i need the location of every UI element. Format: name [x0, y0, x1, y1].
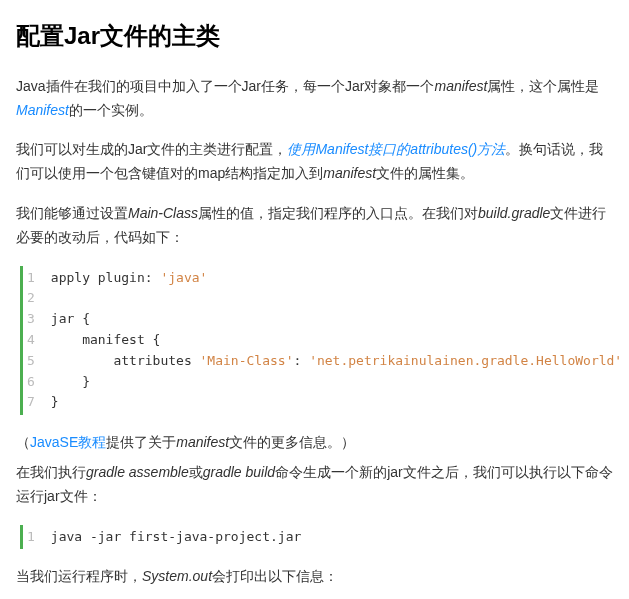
text: 属性的值，指定我们程序的入口点。在我们对: [198, 205, 478, 221]
code-gutter: 1 2 3 4 5 6 7: [23, 266, 43, 416]
page-title: 配置Jar文件的主类: [16, 16, 613, 57]
paragraph-5: 在我们执行gradle assemble或gradle build命令生成一个新…: [16, 461, 613, 509]
italic-manifest: manifest: [434, 78, 487, 94]
italic-system-out: System.out: [142, 568, 212, 584]
code-block-2: 1 java -jar first-java-project.jar: [20, 525, 613, 550]
italic-gradle-build: gradle build: [203, 464, 275, 480]
text: 当我们运行程序时，: [16, 568, 142, 584]
paragraph-6: 当我们运行程序时，System.out会打印出以下信息：: [16, 565, 613, 589]
text: 提供了关于: [106, 434, 176, 450]
italic-manifest: manifest: [323, 165, 376, 181]
code-block-1: 1 2 3 4 5 6 7 apply plugin: 'java' jar {…: [20, 266, 613, 416]
text: 的一个实例。: [69, 102, 153, 118]
text: 在我们执行: [16, 464, 86, 480]
text: 我们可以对生成的Jar文件的主类进行配置，: [16, 141, 287, 157]
link-manifest-class[interactable]: Manifest: [16, 102, 69, 118]
italic-gradle-assemble: gradle assemble: [86, 464, 189, 480]
paragraph-4: （JavaSE教程提供了关于manifest文件的更多信息。）: [16, 431, 613, 455]
italic-main-class: Main-Class: [128, 205, 198, 221]
text: 或: [189, 464, 203, 480]
text: 我们能够通过设置: [16, 205, 128, 221]
text: （: [16, 434, 30, 450]
text: 属性，这个属性是: [487, 78, 599, 94]
paragraph-3: 我们能够通过设置Main-Class属性的值，指定我们程序的入口点。在我们对bu…: [16, 202, 613, 250]
link-javase-tutorial[interactable]: JavaSE教程: [30, 434, 106, 450]
paragraph-2: 我们可以对生成的Jar文件的主类进行配置，使用Manifest接口的attrib…: [16, 138, 613, 186]
italic-manifest: manifest: [176, 434, 229, 450]
text: 文件的属性集。: [376, 165, 474, 181]
code-content: java -jar first-java-project.jar: [43, 525, 309, 550]
text: Java插件在我们的项目中加入了一个Jar任务，每一个Jar对象都一个: [16, 78, 434, 94]
link-attributes-method[interactable]: 使用Manifest接口的attributes()方法: [287, 141, 505, 157]
text: 文件的更多信息。）: [229, 434, 355, 450]
code-gutter: 1: [23, 525, 43, 550]
text: 会打印出以下信息：: [212, 568, 338, 584]
italic-build-gradle: build.gradle: [478, 205, 550, 221]
paragraph-1: Java插件在我们的项目中加入了一个Jar任务，每一个Jar对象都一个manif…: [16, 75, 613, 123]
code-content: apply plugin: 'java' jar { manifest { at…: [43, 266, 629, 416]
